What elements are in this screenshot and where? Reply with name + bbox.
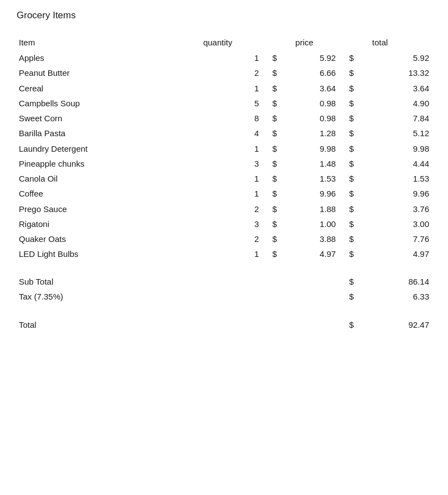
table-row: Coffee 1 $ 9.96 $ 9.96 (17, 186, 431, 201)
item-quantity: 1 (201, 81, 270, 96)
item-price: 9.96 (293, 186, 347, 201)
item-price-sym: $ (270, 81, 293, 96)
item-total: 5.12 (370, 126, 431, 141)
item-name: Peanut Butter (17, 65, 201, 80)
item-total: 9.98 (370, 141, 431, 156)
item-name: Apples (17, 50, 201, 65)
item-price-sym: $ (270, 202, 293, 216)
item-total: 5.92 (370, 50, 431, 65)
item-name: LED Light Bulbs (17, 246, 201, 261)
table-row: Sweet Corn 8 $ 0.98 $ 7.84 (17, 111, 431, 126)
total-price-sym (270, 310, 293, 332)
item-total: 4.44 (370, 156, 431, 171)
item-quantity: 1 (201, 171, 270, 186)
item-total: 3.64 (370, 81, 431, 96)
item-quantity: 2 (201, 202, 270, 216)
item-price-sym: $ (270, 65, 293, 80)
total-qty (201, 310, 270, 332)
subtotal-qty (201, 267, 270, 289)
item-price: 5.92 (293, 50, 347, 65)
table-row: Apples 1 $ 5.92 $ 5.92 (17, 50, 431, 65)
subtotal-label: Sub Total (17, 267, 201, 289)
table-row: LED Light Bulbs 1 $ 4.97 $ 4.97 (17, 246, 431, 261)
item-price-sym: $ (270, 171, 293, 186)
table-row: Barilla Pasta 4 $ 1.28 $ 5.12 (17, 126, 431, 141)
header-total: total (370, 37, 431, 50)
item-total-sym: $ (347, 171, 370, 186)
item-total-sym: $ (347, 156, 370, 171)
item-price-sym: $ (270, 246, 293, 261)
table-row: Laundry Detergent 1 $ 9.98 $ 9.98 (17, 141, 431, 156)
item-total-sym: $ (347, 141, 370, 156)
table-row: Rigatoni 3 $ 1.00 $ 3.00 (17, 216, 431, 231)
item-price: 9.98 (293, 141, 347, 156)
item-total-sym: $ (347, 186, 370, 201)
item-total-sym: $ (347, 50, 370, 65)
item-name: Cereal (17, 81, 201, 96)
header-total-sym (347, 37, 370, 50)
tax-row: Tax (7.35%) $ 6.33 (17, 289, 431, 304)
item-price: 1.88 (293, 202, 347, 216)
item-total-sym: $ (347, 246, 370, 261)
item-total: 4.97 (370, 246, 431, 261)
item-quantity: 8 (201, 111, 270, 126)
item-total: 3.00 (370, 216, 431, 231)
item-total: 1.53 (370, 171, 431, 186)
spacer-row (17, 262, 431, 267)
item-quantity: 1 (201, 186, 270, 201)
item-price: 1.53 (293, 171, 347, 186)
item-price-sym: $ (270, 50, 293, 65)
item-price: 3.88 (293, 231, 347, 246)
item-name: Canola Oil (17, 171, 201, 186)
item-quantity: 2 (201, 65, 270, 80)
table-row: Cereal 1 $ 3.64 $ 3.64 (17, 81, 431, 96)
item-price-sym: $ (270, 156, 293, 171)
subtotal-row: Sub Total $ 86.14 (17, 267, 431, 289)
item-name: Quaker Oats (17, 231, 201, 246)
item-total-sym: $ (347, 96, 370, 111)
header-quantity: quantity (201, 37, 270, 50)
spacer-row-2 (17, 304, 431, 310)
subtotal-sym: $ (347, 267, 370, 289)
table-header: Item quantity price total (17, 37, 431, 50)
item-total-sym: $ (347, 216, 370, 231)
tax-price-val (293, 289, 347, 304)
table-row: Prego Sauce 2 $ 1.88 $ 3.76 (17, 202, 431, 216)
item-total-sym: $ (347, 231, 370, 246)
item-price: 1.00 (293, 216, 347, 231)
page-title: Grocery Items (17, 10, 431, 21)
total-row: Total $ 92.47 (17, 310, 431, 332)
total-sym: $ (347, 310, 370, 332)
item-price: 1.48 (293, 156, 347, 171)
item-name: Campbells Soup (17, 96, 201, 111)
item-quantity: 1 (201, 141, 270, 156)
item-total-sym: $ (347, 111, 370, 126)
item-price-sym: $ (270, 126, 293, 141)
item-name: Rigatoni (17, 216, 201, 231)
subtotal-value: 86.14 (370, 267, 431, 289)
item-quantity: 3 (201, 216, 270, 231)
item-price: 1.28 (293, 126, 347, 141)
total-price-val (293, 310, 347, 332)
item-price-sym: $ (270, 111, 293, 126)
item-price-sym: $ (270, 216, 293, 231)
item-price: 6.66 (293, 65, 347, 80)
item-total-sym: $ (347, 126, 370, 141)
item-name: Prego Sauce (17, 202, 201, 216)
item-price-sym: $ (270, 141, 293, 156)
total-value: 92.47 (370, 310, 431, 332)
item-price: 0.98 (293, 111, 347, 126)
table-row: Campbells Soup 5 $ 0.98 $ 4.90 (17, 96, 431, 111)
item-total: 9.96 (370, 186, 431, 201)
item-quantity: 3 (201, 156, 270, 171)
item-name: Pineapple chunks (17, 156, 201, 171)
table-row: Pineapple chunks 3 $ 1.48 $ 4.44 (17, 156, 431, 171)
item-quantity: 1 (201, 50, 270, 65)
item-price-sym: $ (270, 186, 293, 201)
tax-sym: $ (347, 289, 370, 304)
grocery-table: Item quantity price total Apples 1 $ 5.9… (17, 37, 431, 332)
header-price: price (293, 37, 347, 50)
item-price: 3.64 (293, 81, 347, 96)
table-row: Canola Oil 1 $ 1.53 $ 1.53 (17, 171, 431, 186)
item-price: 4.97 (293, 246, 347, 261)
